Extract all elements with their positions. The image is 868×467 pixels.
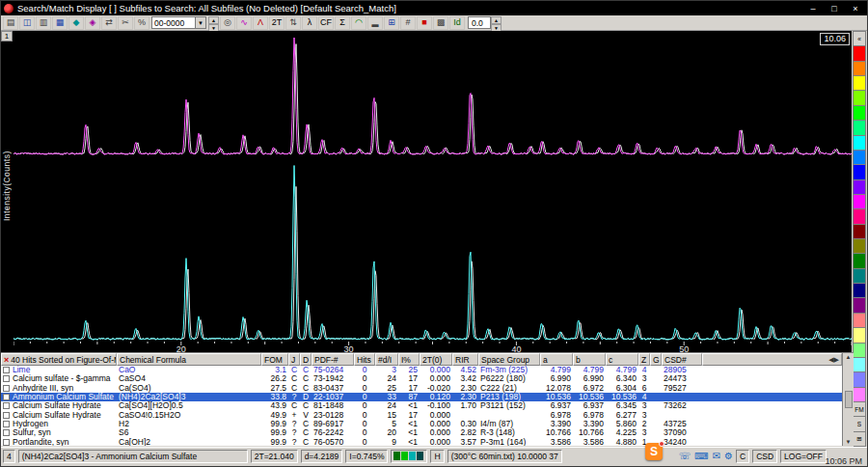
- column-header-pdf[interactable]: PDF-#: [312, 353, 354, 366]
- palette-color[interactable]: [853, 343, 866, 358]
- mail-icon[interactable]: ✉: [713, 451, 720, 461]
- status-csd[interactable]: CSD: [752, 450, 777, 463]
- pdf-spinner[interactable]: ▲▼: [208, 16, 219, 29]
- bottom-pattern-panel[interactable]: [14, 157, 852, 342]
- plot-area[interactable]: Intensity(Counts) 1 20304050 10.06: [1, 31, 854, 352]
- status-log-toggle[interactable]: LOG=OFF: [780, 450, 827, 463]
- scroll-up-icon[interactable]: ▲: [846, 354, 852, 360]
- palette-color[interactable]: [853, 387, 866, 402]
- column-header-rir[interactable]: RIR: [452, 353, 478, 366]
- table-row[interactable]: Calcium Sulfate HydrateCaSO4!0.15H2O49.9…: [1, 411, 842, 420]
- column-header-t0[interactable]: 2T(0): [420, 353, 452, 366]
- palette-color[interactable]: [853, 283, 866, 298]
- stack-icon[interactable]: ⇅: [285, 16, 301, 30]
- palette-button-scroll-left[interactable]: «: [853, 31, 866, 46]
- column-header-sg[interactable]: Space Group: [478, 353, 540, 366]
- pdf-number-dropdown[interactable]: 00-0000▼: [151, 16, 206, 29]
- grid-view-icon[interactable]: ▦: [52, 16, 68, 30]
- table-row[interactable]: Calcium sulfate - $-gammaCaSO426.2CC73-1…: [1, 374, 842, 383]
- swap-icon[interactable]: ⇄: [101, 16, 117, 30]
- palette-button-s[interactable]: S: [853, 416, 866, 431]
- row-checkbox[interactable]: [3, 385, 10, 392]
- row-checkbox[interactable]: [3, 375, 10, 382]
- table-row[interactable]: Sulfur, synS699.9?C76-2242020<10.0002.82…: [1, 428, 842, 437]
- column-header-name[interactable]: ×40 Hits Sorted on Figure-Of-M...: [1, 353, 117, 366]
- palette-color[interactable]: [853, 238, 866, 254]
- column-scroll-arrows[interactable]: ◀▶: [702, 353, 842, 366]
- table-row[interactable]: HydrogenH299.9?C89-691705<10.0000.30I4/m…: [1, 420, 842, 428]
- palette-color[interactable]: [853, 194, 866, 209]
- save-icon[interactable]: ◫: [19, 16, 35, 30]
- cut-icon[interactable]: ✂: [118, 16, 133, 30]
- column-header-z[interactable]: Z: [638, 353, 650, 366]
- zoom-icon[interactable]: ◎: [220, 16, 235, 30]
- palette-color[interactable]: [853, 75, 866, 91]
- overlay-tab[interactable]: 1: [1, 31, 13, 41]
- keyboard-icon[interactable]: ⌨: [694, 451, 708, 461]
- row-checkbox[interactable]: [3, 429, 10, 436]
- cf-button[interactable]: CF: [318, 16, 334, 30]
- maximize-button[interactable]: □: [824, 2, 845, 15]
- row-checkbox[interactable]: [3, 412, 10, 419]
- column-header-b[interactable]: b: [573, 353, 606, 366]
- phone-icon[interactable]: ☏: [679, 451, 692, 461]
- row-checkbox[interactable]: [3, 394, 10, 400]
- two-theta-button[interactable]: 2T: [269, 16, 285, 30]
- table-row[interactable]: Calcium Sulfate HydrateCa[SO4][H2O]0.543…: [1, 401, 842, 410]
- palette-color[interactable]: [853, 371, 866, 387]
- percent-icon[interactable]: %: [134, 16, 149, 30]
- peak-icon[interactable]: Λ: [253, 16, 268, 30]
- close-button[interactable]: ×: [845, 2, 866, 15]
- scroll-down-icon[interactable]: ▼: [846, 439, 852, 445]
- palette-color[interactable]: [853, 224, 866, 239]
- index-button[interactable]: #: [400, 16, 416, 30]
- table-row[interactable]: Ammonium Calcium Sulfate(NH4)2Ca2[SO4]33…: [1, 393, 842, 401]
- column-header-j[interactable]: J: [288, 353, 300, 366]
- palette-color[interactable]: [853, 90, 866, 105]
- palette-button-fm[interactable]: FM: [853, 401, 866, 417]
- background-icon[interactable]: ◠: [351, 16, 366, 30]
- histogram-icon[interactable]: ▂: [367, 16, 383, 30]
- palette-color[interactable]: [853, 135, 866, 151]
- table-scrollbar[interactable]: ▲ ▼: [842, 353, 854, 446]
- column-header-hits[interactable]: Hits: [354, 353, 375, 366]
- screenshot-tool-icon[interactable]: S: [645, 443, 663, 460]
- table-row[interactable]: LimeCaO3.1CC75-026403250.0004.52Fm-3m (2…: [1, 366, 842, 374]
- overlay-icon[interactable]: ◆: [68, 16, 84, 30]
- column-header-ipct[interactable]: I%: [398, 353, 420, 366]
- column-header-g[interactable]: G: [650, 353, 662, 366]
- scroll-thumb[interactable]: [845, 391, 853, 408]
- column-header-formula[interactable]: Chemical Formula: [117, 353, 261, 366]
- palette-color[interactable]: [853, 357, 866, 372]
- settings-icon[interactable]: ⚙: [724, 451, 733, 461]
- id-button[interactable]: Id: [449, 16, 465, 30]
- print-icon[interactable]: ▥: [36, 16, 51, 30]
- status-unit[interactable]: C: [736, 450, 749, 463]
- column-header-di[interactable]: #d/I: [375, 353, 398, 366]
- palette-color[interactable]: [853, 253, 866, 268]
- palette-color[interactable]: [853, 268, 866, 284]
- palette-color[interactable]: [853, 105, 866, 121]
- palette-color[interactable]: [853, 297, 866, 313]
- pattern-icon[interactable]: ◈: [85, 16, 100, 30]
- palette-color[interactable]: [853, 45, 866, 61]
- minimize-button[interactable]: –: [802, 2, 824, 15]
- offset-spinner[interactable]: 0.0▲▼: [468, 16, 502, 29]
- palette-color[interactable]: [853, 120, 866, 135]
- pattern-fill-icon[interactable]: ▩: [433, 16, 448, 30]
- row-checkbox[interactable]: [3, 421, 10, 427]
- column-header-fom[interactable]: FOM: [261, 353, 288, 366]
- color-marker-icon[interactable]: ■: [417, 16, 432, 30]
- sigma-button[interactable]: Σ: [335, 16, 350, 30]
- row-checkbox[interactable]: [3, 402, 10, 409]
- column-header-csd[interactable]: CSD#: [662, 353, 702, 366]
- lambda-button[interactable]: λ: [302, 16, 317, 30]
- palette-color[interactable]: [853, 179, 866, 195]
- palette-color[interactable]: [853, 327, 866, 343]
- top-pattern-panel[interactable]: [14, 31, 852, 156]
- palette-color[interactable]: [853, 208, 866, 224]
- close-hitlist-icon[interactable]: ×: [4, 355, 9, 365]
- palette-button-grid[interactable]: ⊞: [853, 431, 866, 447]
- row-checkbox[interactable]: [3, 439, 10, 446]
- palette-color[interactable]: [853, 61, 866, 76]
